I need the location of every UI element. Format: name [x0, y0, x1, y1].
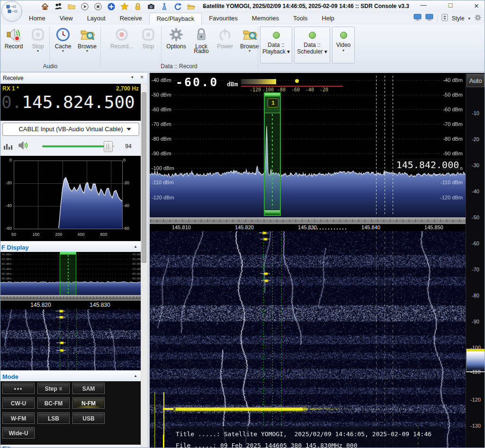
filter-section-header: Filter — [0, 445, 141, 448]
audio-cache-button[interactable]: Cache ▾ — [51, 26, 75, 63]
favourite-icon[interactable] — [120, 2, 129, 11]
mode-button[interactable]: Wide-U — [2, 427, 35, 439]
frequency-marker-line — [393, 76, 393, 216]
gear-icon[interactable] — [474, 14, 482, 23]
spinner-icon[interactable] — [441, 14, 448, 23]
scale-label: -120 — [466, 397, 485, 403]
mode-button[interactable]: Step ≡ — [37, 383, 70, 394]
frequency-tick-label: 145.850 — [424, 224, 443, 230]
close-icon[interactable]: × — [140, 74, 144, 81]
frequency-scale-bar[interactable] — [150, 217, 466, 224]
tuning-band[interactable]: 1 — [264, 92, 281, 216]
audio-browse-button[interactable]: Browse ▾ — [75, 26, 99, 63]
video-button[interactable]: Video ▾ — [332, 27, 355, 63]
stop-square-icon — [138, 27, 158, 43]
chevron-down-icon[interactable] — [126, 128, 131, 131]
data-stop-button[interactable]: Stop — [138, 26, 158, 63]
ribbon-tab[interactable]: View — [53, 13, 80, 25]
green-status-icon — [273, 32, 280, 39]
camera-icon[interactable] — [146, 2, 155, 11]
if-tuning-band[interactable] — [60, 252, 76, 299]
chevron-up-icon[interactable]: ▴ — [135, 244, 137, 249]
panel-scrollbar-thumb[interactable] — [142, 92, 146, 263]
mode-button[interactable]: N-FM — [72, 397, 105, 409]
undo-icon[interactable] — [173, 2, 182, 11]
volume-slider-handle[interactable] — [104, 141, 113, 152]
open-folder-icon[interactable] — [186, 2, 195, 11]
window-title: Satellite YOMOGI, 2025/02/09 14:46:05, 2… — [195, 3, 417, 9]
data-options-button[interactable]: Options — [163, 26, 189, 63]
maximize-button[interactable]: □ — [443, 1, 458, 12]
close-button[interactable]: × — [469, 1, 484, 12]
button-label: Stop — [143, 43, 154, 50]
mode-button[interactable]: LSB — [37, 412, 70, 424]
monitor-icon[interactable] — [425, 14, 433, 23]
band-bottom-handle[interactable] — [265, 210, 280, 215]
ribbon-tab[interactable]: Favourites — [202, 13, 245, 25]
mode-button[interactable]: ••• — [2, 383, 35, 394]
play-icon[interactable] — [80, 2, 89, 11]
scale-label: -60 — [466, 241, 485, 246]
splitter-handle[interactable] — [308, 228, 346, 230]
style-label[interactable]: Style — [452, 15, 465, 22]
frequency-tick-label: 145.810 — [172, 224, 191, 230]
antenna-icon[interactable] — [160, 2, 169, 11]
axis-label: -20 — [123, 180, 129, 185]
ribbon-tab[interactable]: Tools — [286, 13, 314, 25]
data-record-button[interactable]: Record... — [107, 26, 136, 63]
waterfall-colorbar[interactable] — [241, 79, 276, 84]
stop-icon[interactable] — [93, 2, 102, 11]
band-top-cap[interactable] — [265, 93, 280, 97]
home-icon[interactable] — [40, 2, 49, 11]
folder-icon[interactable] — [67, 2, 76, 11]
group-label-data-record: Data :: Record — [101, 63, 257, 70]
if-frequency-scale[interactable] — [0, 295, 141, 301]
button-label: Power — [217, 43, 233, 50]
data-playback-button[interactable]: Data :: Playback ▾ — [260, 27, 292, 63]
mode-button[interactable]: SAM — [72, 383, 105, 394]
mode-button[interactable]: BC-FM — [37, 397, 70, 409]
equalizer-icon[interactable] — [3, 141, 13, 152]
colorbar-tick-labels: -120-100-80-60-40-20 — [150, 87, 363, 93]
frequency-digits[interactable]: 0.145.824.500 — [1, 92, 135, 112]
button-label: Options — [166, 43, 186, 50]
main-spectrum-display[interactable] — [150, 73, 466, 217]
ribbon-tab[interactable]: Rec/Playback — [149, 13, 202, 25]
ribbon-tab[interactable]: Memories — [245, 13, 286, 25]
if-waterfall-display[interactable] — [0, 309, 141, 370]
minimize-button[interactable]: — — [416, 1, 431, 12]
scale-ticks — [0, 296, 141, 299]
dropdown-arrow-icon: ▾ — [75, 50, 99, 53]
chevron-down-icon[interactable]: ▾ — [131, 75, 134, 80]
axis-label: 200 — [55, 232, 62, 237]
ribbon-group-audio: Record Stop ▾ Cache ▾ Browse ▾ Audio — [0, 25, 100, 71]
mode-button[interactable]: CW-U — [2, 397, 35, 409]
power-button[interactable]: Power — [214, 26, 236, 63]
add-icon[interactable] — [107, 2, 116, 11]
ribbon-tab[interactable]: Help — [314, 13, 341, 25]
ribbon-tab[interactable]: Layout — [80, 13, 113, 25]
cursor-frequency-readout: 145.842.000 — [395, 158, 460, 172]
data-scheduler-button[interactable]: Data :: Scheduler ▾ — [294, 27, 330, 63]
lock-icon[interactable] — [133, 2, 142, 11]
main-waterfall-display[interactable] — [150, 231, 466, 448]
receive-panel-header: Receive ▾ × — [0, 73, 147, 84]
chevron-up-icon[interactable]: ▴ — [135, 373, 137, 378]
app-menu-button[interactable] — [1, 1, 22, 22]
mode-button[interactable]: W-FM — [2, 412, 35, 424]
group-label-audio: Audio — [0, 63, 100, 70]
audio-device-select[interactable]: CABLE Input (VB-Audio Virtual Cable) — [2, 123, 139, 136]
speaker-icon[interactable] — [18, 140, 29, 153]
monitor-icon[interactable] — [413, 14, 422, 23]
auto-button[interactable]: Auto — [467, 74, 485, 87]
users-icon[interactable] — [54, 2, 63, 11]
ribbon-tab[interactable]: Receive — [113, 13, 149, 25]
ribbon-tab[interactable]: Home — [22, 13, 53, 25]
lock-radio-button[interactable]: Lock Radio — [190, 26, 212, 63]
axis-label: 100 — [32, 232, 39, 237]
tick-label: -20 — [320, 87, 328, 92]
style-dropdown-arrow[interactable]: ▾ — [468, 16, 470, 21]
audio-stop-button[interactable]: Stop ▾ — [28, 26, 48, 63]
mode-button[interactable]: USB — [72, 412, 105, 424]
audio-record-button[interactable]: Record — [1, 26, 26, 63]
